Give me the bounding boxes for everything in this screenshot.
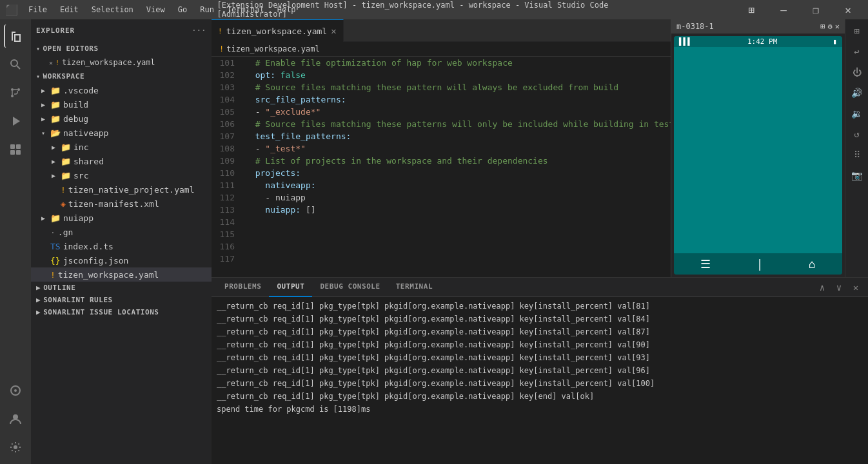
panel-chevron-down[interactable]: ∨	[832, 280, 846, 295]
tree-tizen-manifest[interactable]: ▶ ◈ tizen-manifest.xml	[31, 197, 212, 211]
breadcrumb: ! tizen_workspace.yaml	[212, 42, 671, 57]
sidebar-more-icon[interactable]: ···	[192, 26, 206, 35]
close-button[interactable]: ✕	[833, 0, 863, 19]
main-layout: Explorer ··· ▾ Open Editors ✕ ! tizen_wo…	[0, 19, 868, 464]
window-title: [Extension Development Host] - tizen_wor…	[217, 1, 651, 19]
activity-extensions[interactable]	[4, 138, 27, 161]
tree-build[interactable]: ▶ 📁 build	[31, 97, 212, 111]
code-line: - nuiapp	[245, 191, 671, 204]
outline-chevron: ▶	[36, 284, 41, 292]
menu-run[interactable]: Run	[195, 4, 219, 15]
right-dots-icon[interactable]: ⠿	[848, 146, 866, 164]
menu-edit[interactable]: Edit	[55, 4, 84, 15]
tab-terminal[interactable]: TERMINAL	[388, 278, 440, 297]
menu-go[interactable]: Go	[173, 4, 192, 15]
phone-bottom-bar: ☰ | ⌂	[674, 253, 842, 275]
sidebar-header: Explorer ···	[31, 19, 212, 42]
tree-item-label: index.d.ts	[63, 242, 113, 251]
tree-nativeapp[interactable]: ▾ 📂 nativeapp	[31, 126, 212, 140]
menu-view[interactable]: View	[141, 4, 170, 15]
sonarlint-issues-chevron: ▶	[36, 308, 41, 316]
code-line: nativeapp:	[245, 179, 671, 191]
tree-inc[interactable]: ▶ 📁 inc	[31, 140, 212, 154]
code-line: opt: false	[245, 69, 671, 81]
log-line: __return_cb req_id[1] pkg_type[tpk] pkgi…	[217, 325, 863, 338]
tree-vscode[interactable]: ▶ 📁 .vscode	[31, 83, 212, 97]
activity-search[interactable]	[4, 53, 27, 76]
panel-content: __return_cb req_id[1] pkg_type[tpk] pkgi…	[212, 297, 868, 464]
activity-account[interactable]	[4, 407, 27, 430]
tree-index-dts[interactable]: ▶ TS index.d.ts	[31, 239, 212, 253]
tab-close-icon[interactable]: ✕	[331, 26, 336, 36]
activity-run-debug[interactable]	[4, 110, 27, 133]
tab-problems[interactable]: PROBLEMS	[217, 278, 269, 297]
close-editor-icon[interactable]: ✕	[49, 59, 53, 66]
tree-tizen-workspace-yaml[interactable]: ▶ ! tizen_workspace.yaml	[31, 267, 212, 282]
phone-screen: ▌▌▌ 1:42 PM ▮ ☰ | ⌂	[674, 36, 842, 275]
open-editor-tizen-workspace[interactable]: ✕ ! tizen_workspace.yaml	[31, 55, 212, 70]
phone-home-icon[interactable]: |	[756, 257, 764, 271]
sonarlint-label: SonarLint Rules	[43, 296, 113, 304]
emulator-header-controls: ⊞ ⚙ ✕	[820, 22, 840, 31]
folder-icon: 📁	[61, 142, 71, 152]
right-vol-up-icon[interactable]: 🔊	[848, 84, 866, 102]
activity-settings[interactable]	[4, 436, 27, 459]
emulator-close-icon[interactable]: ✕	[835, 22, 840, 31]
log-line: __return_cb req_id[1] pkg_type[tpk] pkgi…	[217, 300, 863, 313]
open-editors-section[interactable]: ▾ Open Editors	[31, 42, 212, 55]
tab-tizen-workspace-yaml[interactable]: ! tizen_workspace.yaml ✕	[212, 19, 344, 42]
folder-icon: 📁	[50, 86, 61, 95]
maximize-button[interactable]: ❐	[801, 0, 831, 19]
tree-tizen-native-project[interactable]: ▶ ! tizen_native_project.yaml	[31, 182, 212, 197]
tree-item-label: debug	[63, 114, 88, 124]
svg-point-0	[11, 60, 17, 66]
workspace-section[interactable]: ▾ Workspace	[31, 70, 212, 83]
layout-icon[interactable]: ⊞	[736, 0, 766, 19]
right-rotate-icon[interactable]: ↺	[848, 125, 866, 143]
outline-section[interactable]: ▶ Outline	[31, 282, 212, 294]
folder-icon: 📁	[61, 171, 71, 180]
phone-back-icon[interactable]: ☰	[700, 257, 711, 271]
sonarlint-issues-section[interactable]: ▶ SonarLint Issue Locations	[31, 306, 212, 318]
tree-src[interactable]: ▶ 📁 src	[31, 168, 212, 182]
right-camera-icon[interactable]: 📷	[848, 166, 866, 184]
tree-shared[interactable]: ▶ 📁 shared	[31, 154, 212, 168]
tree-nuiapp[interactable]: ▶ 📁 nuiapp	[31, 211, 212, 225]
tree-item-label: tizen_native_project.yaml	[68, 185, 195, 195]
panel-close-btn[interactable]: ✕	[849, 280, 863, 295]
tree-jsconfig[interactable]: ▶ {} jsconfig.json	[31, 253, 212, 267]
main-vertical: ! tizen_workspace.yaml ✕ ! tizen_workspa…	[212, 19, 868, 464]
tab-debug-console[interactable]: DEBUG CONSOLE	[312, 278, 388, 297]
breadcrumb-file[interactable]: tizen_workspace.yaml	[226, 44, 320, 53]
emulator-settings-icon[interactable]: ⚙	[828, 22, 833, 31]
tab-file-warning-icon: !	[218, 27, 222, 35]
tree-gn[interactable]: ▶ · .gn	[31, 225, 212, 239]
right-undo-icon[interactable]: ↩	[848, 43, 866, 61]
file-warning-icon: !	[55, 59, 59, 66]
right-layout-icon[interactable]: ⊞	[848, 22, 866, 40]
tree-debug[interactable]: ▶ 📁 debug	[31, 111, 212, 126]
right-vol-down-icon[interactable]: 🔉	[848, 104, 866, 122]
code-lines[interactable]: # Enable file optimization of hap for we…	[240, 57, 671, 277]
log-line: spend time for pkgcmd is [1198]ms	[217, 403, 863, 416]
activity-explorer[interactable]	[4, 24, 27, 48]
svg-rect-8	[10, 150, 15, 155]
folder-icon: 📁	[50, 114, 61, 124]
menu-selection[interactable]: Selection	[86, 4, 139, 15]
activity-remote[interactable]	[4, 379, 27, 402]
activity-source-control[interactable]	[4, 81, 27, 104]
tree-item-label: src	[74, 171, 88, 180]
panel-chevron-up[interactable]: ∧	[815, 280, 829, 295]
tree-item-label: shared	[74, 157, 104, 166]
phone-recents-icon[interactable]: ⌂	[809, 257, 816, 271]
sonarlint-section[interactable]: ▶ SonarLint Rules	[31, 294, 212, 306]
svg-point-12	[13, 414, 18, 420]
editor[interactable]: 1011021031041051061071081091101111121131…	[212, 57, 671, 277]
xml-icon: ◈	[61, 199, 66, 209]
minimize-button[interactable]: —	[769, 0, 798, 19]
menu-file[interactable]: File	[23, 4, 52, 15]
tab-output[interactable]: OUTPUT	[269, 278, 312, 297]
emulator-grid-icon[interactable]: ⊞	[820, 22, 825, 31]
right-power-icon[interactable]: ⏻	[848, 63, 866, 81]
right-sidebar: ⊞ ↩ ⏻ 🔊 🔉 ↺ ⠿ 📷	[845, 19, 868, 277]
